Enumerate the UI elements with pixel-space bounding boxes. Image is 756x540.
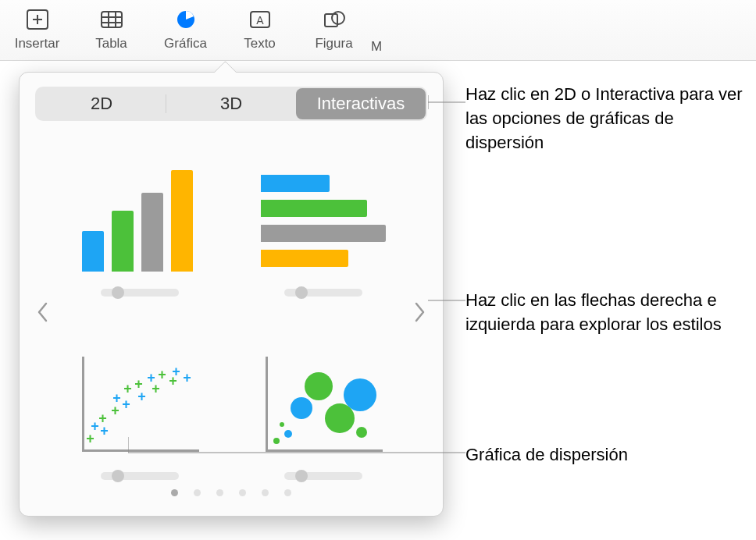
chart-thumb-area: + + + + + + + + + + + + + + + + (35, 144, 427, 480)
bar-chart-thumb[interactable] (255, 144, 391, 297)
leader-line (428, 300, 465, 301)
page-dot[interactable] (216, 489, 223, 496)
tab-2d[interactable]: 2D (37, 88, 166, 119)
text-icon: A (248, 6, 272, 33)
column-chart-icon (77, 170, 202, 272)
page-dot[interactable] (194, 489, 201, 496)
mini-slider-icon (101, 472, 179, 480)
toolbar-chart-label: Gráfica (164, 36, 207, 52)
toolbar-chart-button[interactable]: Gráfica (148, 6, 223, 52)
leader-line (128, 437, 465, 459)
pie-chart-icon (174, 6, 198, 33)
page-indicator[interactable] (35, 489, 427, 496)
bar-chart-icon (261, 170, 386, 272)
toolbar-table-label: Tabla (95, 36, 127, 52)
toolbar-text-label: Texto (244, 36, 276, 52)
insert-icon (26, 6, 49, 33)
mini-slider-icon (284, 289, 362, 297)
toolbar-insert-label: Insertar (15, 36, 60, 52)
callout-tabs-hint: Haz clic en 2D o Interactiva para ver la… (465, 83, 747, 155)
leader-line (428, 94, 465, 111)
toolbar-shape-label: Figura (315, 36, 352, 52)
table-icon (100, 6, 123, 33)
page-dot[interactable] (262, 489, 269, 496)
prev-style-arrow[interactable] (34, 298, 52, 326)
chart-tab-segmented-control: 2D 3D Interactivas (35, 87, 427, 121)
column-chart-thumb[interactable] (71, 144, 208, 297)
page-dot[interactable] (239, 489, 246, 496)
toolbar-text-button[interactable]: A Texto (223, 6, 297, 52)
svg-rect-3 (102, 12, 122, 27)
callout-arrows-hint: Haz clic en las flechas derecha e izquie… (465, 289, 739, 337)
toolbar: Insertar Tabla Gráfica A Texto Figura M (0, 0, 756, 61)
svg-text:A: A (256, 14, 264, 27)
toolbar-table-button[interactable]: Tabla (74, 6, 148, 52)
callout-scatter-label: Gráfica de dispersión (465, 443, 739, 467)
tab-3d[interactable]: 3D (166, 88, 296, 119)
mini-slider-icon (284, 472, 362, 480)
page-dot[interactable] (171, 489, 178, 496)
page-dot[interactable] (284, 489, 291, 496)
toolbar-overflow[interactable]: M (371, 6, 402, 55)
tab-interactive[interactable]: Interactivas (296, 88, 426, 119)
svg-rect-11 (325, 14, 337, 27)
toolbar-shape-button[interactable]: Figura (297, 6, 371, 52)
next-style-arrow[interactable] (410, 298, 429, 326)
mini-slider-icon (101, 289, 179, 297)
toolbar-insert-button[interactable]: Insertar (0, 6, 74, 52)
shape-icon (323, 6, 346, 33)
